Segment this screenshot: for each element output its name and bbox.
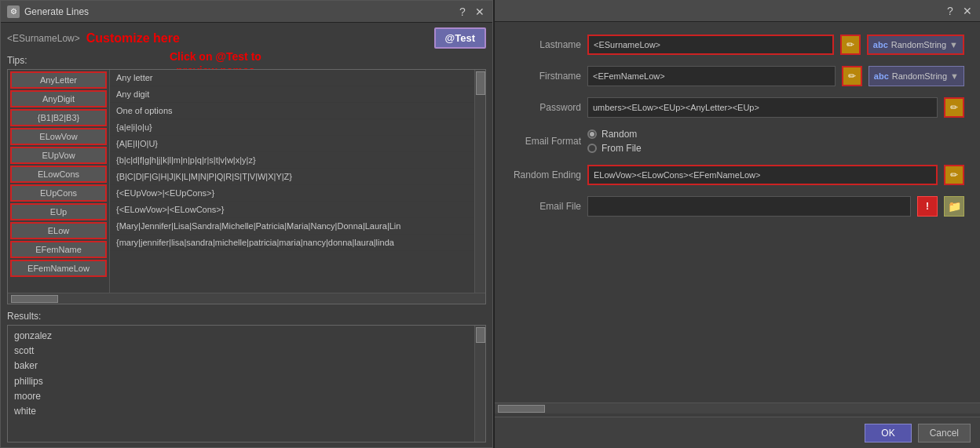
lastname-input[interactable]: [587, 35, 834, 55]
right-h-scrollbar[interactable]: [495, 402, 980, 413]
right-close-button[interactable]: ✕: [961, 5, 974, 17]
result-item: gonzalez: [14, 329, 468, 344]
help-button[interactable]: ?: [456, 5, 469, 18]
results-area-wrapper: gonzalezscottbakerphillipsmoorewhite: [7, 325, 486, 443]
email-file-folder-button[interactable]: 📁: [944, 196, 964, 217]
tips-h-scrollbar[interactable]: [8, 293, 485, 304]
tip-value-item: {b|c|d|f|g|h|j|k|l|m|n|p|q|r|s|t|v|w|x|y…: [110, 152, 474, 169]
customize-row: <ESurnameLow> Customize here @Test: [7, 27, 486, 49]
tip-value-item: Any digit: [110, 86, 474, 103]
tip-key-item[interactable]: EUpCons: [10, 184, 107, 202]
results-scrollbar[interactable]: [474, 326, 485, 442]
firstname-dropdown[interactable]: abc RandomString ▼: [868, 66, 964, 86]
lastname-row: Lastname ✏ abc RandomString ▼: [510, 35, 964, 55]
tip-value-item: {<ELowVow>|<ELowCons>}: [110, 202, 474, 218]
pencil-icon: ✏: [847, 39, 854, 50]
password-row: Password ✏: [510, 97, 964, 118]
tip-value-item: {A|E|I|O|U}: [110, 136, 474, 152]
tip-key-item[interactable]: {B1|B2|B3}: [10, 109, 107, 126]
customize-label: Customize here: [86, 31, 180, 46]
email-file-input[interactable]: [587, 196, 911, 217]
password-edit-button[interactable]: ✏: [944, 97, 964, 118]
dialog-body: <ESurnameLow> Customize here @Test Click…: [1, 23, 492, 447]
firstname-input[interactable]: [587, 66, 836, 86]
lastname-edit-button[interactable]: ✏: [840, 35, 861, 55]
random-option-row: Random: [587, 129, 642, 140]
tip-key-item[interactable]: EFemNameLow: [10, 260, 107, 277]
generate-lines-dialog: ⚙ Generate Lines ? ✕ <ESurnameLow> Custo…: [0, 0, 493, 448]
bottom-bar: OK Cancel: [495, 417, 980, 448]
tip-key-item[interactable]: ELow: [10, 222, 107, 239]
from-file-radio[interactable]: [587, 144, 597, 153]
cancel-button[interactable]: Cancel: [918, 424, 971, 443]
result-item: baker: [14, 359, 468, 373]
result-item: white: [14, 404, 468, 419]
lastname-label: Lastname: [510, 39, 581, 50]
tip-value-item: {mary|jennifer|lisa|sandra|michelle|patr…: [110, 235, 474, 251]
email-format-row: Email Format Random From File: [510, 129, 964, 154]
random-ending-edit-button[interactable]: ✏: [944, 165, 964, 185]
firstname-edit-button[interactable]: ✏: [842, 66, 862, 86]
tips-label: Tips:: [7, 55, 486, 66]
chevron-down-icon: ▼: [949, 40, 958, 49]
email-file-warning-button[interactable]: !: [917, 196, 938, 217]
random-radio[interactable]: [587, 129, 597, 139]
email-format-label: Email Format: [510, 136, 581, 147]
tip-value-item: One of options: [110, 103, 474, 119]
right-h-scrollbar-thumb: [498, 405, 545, 413]
tips-col-right: Any letterAny digitOne of options{a|e|i|…: [110, 70, 474, 293]
lastname-dropdown[interactable]: abc RandomString ▼: [867, 35, 964, 55]
right-panel: ? ✕ Lastname ✏ abc RandomString ▼ Firstn…: [493, 0, 980, 448]
test-button[interactable]: @Test: [434, 27, 486, 49]
pencil-icon: ✏: [950, 169, 958, 180]
ok-button[interactable]: OK: [865, 424, 911, 443]
tip-value-item: {Mary|Jennifer|Lisa|Sandra|Michelle|Patr…: [110, 218, 474, 235]
dialog-title: Generate Lines: [24, 6, 89, 17]
tip-key-item[interactable]: ELowVow: [10, 128, 107, 145]
results-scrollbar-thumb: [476, 327, 485, 343]
tip-key-item[interactable]: AnyDigit: [10, 90, 107, 107]
email-file-row: Email File ! 📁: [510, 196, 964, 217]
pencil-icon: ✏: [950, 102, 958, 113]
tips-col-left: AnyLetterAnyDigit{B1|B2|B3}ELowVowEUpVow…: [8, 70, 110, 293]
firstname-row: Firstname ✏ abc RandomString ▼: [510, 66, 964, 86]
tip-key-item[interactable]: ELowCons: [10, 166, 107, 183]
tip-key-item[interactable]: AnyLetter: [10, 71, 107, 89]
dialog-title-bar: ⚙ Generate Lines ? ✕: [1, 1, 492, 23]
right-title-controls: ? ✕: [944, 5, 974, 17]
pencil-icon: ✏: [848, 71, 856, 82]
random-ending-label: Random Ending: [510, 169, 581, 180]
tip-value-item: {a|e|i|o|u}: [110, 119, 474, 136]
folder-icon: 📁: [948, 200, 961, 213]
from-file-option-label: From File: [602, 143, 642, 154]
abc-icon: abc: [874, 71, 889, 81]
random-ending-input[interactable]: [587, 165, 938, 185]
abc-icon: abc: [873, 40, 888, 49]
tips-h-scrollbar-thumb: [11, 295, 58, 303]
tip-key-item[interactable]: EUp: [10, 203, 107, 220]
dialog-icon: ⚙: [7, 5, 20, 18]
right-help-button[interactable]: ?: [944, 5, 956, 17]
from-file-option-row: From File: [587, 143, 642, 154]
email-format-radio-group: Random From File: [587, 129, 642, 154]
close-button[interactable]: ✕: [474, 5, 486, 18]
result-item: phillips: [14, 374, 468, 389]
tips-table: AnyLetterAnyDigit{B1|B2|B3}ELowVowEUpVow…: [7, 69, 486, 304]
right-body: Lastname ✏ abc RandomString ▼ Firstname …: [495, 22, 980, 402]
pattern-tag: <ESurnameLow>: [7, 33, 80, 44]
tip-value-item: {<EUpVow>|<EUpCons>}: [110, 185, 474, 202]
tips-scrollbar-thumb: [476, 71, 485, 95]
random-ending-row: Random Ending ✏: [510, 165, 964, 185]
password-label: Password: [510, 102, 581, 113]
tip-value-item: {B|C|D|F|G|H|J|K|L|M|N|P|Q|R|S|T|V|W|X|Y…: [110, 169, 474, 185]
tip-value-item: Any letter: [110, 70, 474, 86]
firstname-dropdown-label: RandomString: [892, 71, 947, 81]
result-item: moore: [14, 389, 468, 404]
tip-key-item[interactable]: EUpVow: [10, 147, 107, 164]
tips-scrollbar[interactable]: [474, 70, 485, 293]
firstname-label: Firstname: [510, 71, 581, 82]
tip-key-item[interactable]: EFemName: [10, 241, 107, 258]
password-input[interactable]: [587, 97, 938, 118]
result-item: scott: [14, 344, 468, 359]
results-label: Results:: [7, 311, 486, 322]
